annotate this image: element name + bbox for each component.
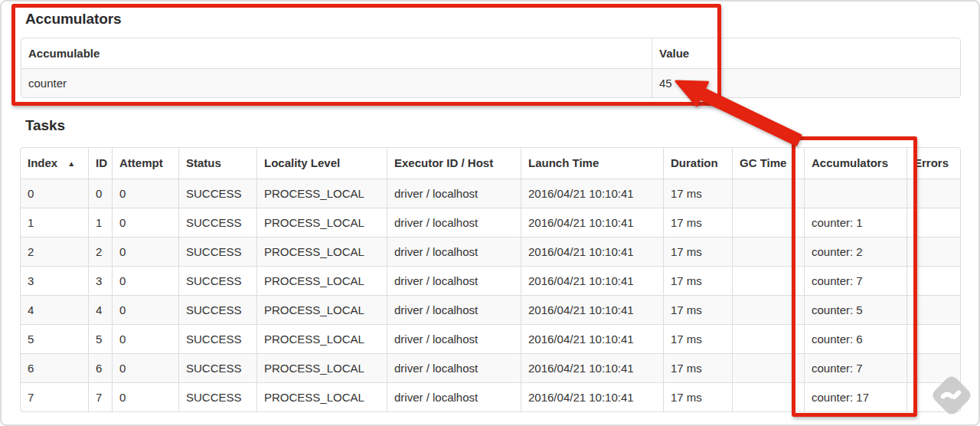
task-cell-launch-time: 2016/04/21 10:10:41: [521, 353, 663, 382]
task-cell-gc-time: [732, 353, 804, 382]
column-header-label: Index: [28, 156, 57, 169]
task-row: 770SUCCESSPROCESS_LOCALdriver / localhos…: [21, 382, 960, 411]
task-cell-attempt: 0: [112, 295, 178, 324]
task-cell-launch-time: 2016/04/21 10:10:41: [521, 237, 663, 266]
task-cell-executor-id-host: driver / localhost: [387, 324, 521, 353]
column-header-errors[interactable]: Errors: [906, 148, 960, 179]
task-cell-locality-level: PROCESS_LOCAL: [256, 353, 387, 382]
task-cell-index: 1: [21, 208, 88, 237]
column-header-launch-time[interactable]: Launch Time: [521, 148, 663, 179]
task-cell-status: SUCCESS: [178, 237, 256, 266]
task-cell-executor-id-host: driver / localhost: [387, 208, 521, 237]
task-cell-gc-time: [732, 382, 804, 411]
column-header-value[interactable]: Value: [652, 38, 960, 68]
column-header-index[interactable]: Index▲: [21, 148, 88, 179]
column-header-status[interactable]: Status: [178, 148, 256, 179]
task-cell-status: SUCCESS: [178, 208, 256, 237]
task-cell-gc-time: [732, 266, 804, 295]
task-cell-launch-time: 2016/04/21 10:10:41: [521, 295, 663, 324]
task-cell-duration: 17 ms: [663, 266, 732, 295]
task-cell-index: 7: [21, 382, 88, 411]
column-header-duration[interactable]: Duration: [663, 148, 732, 179]
column-header-accumulators[interactable]: Accumulators: [804, 148, 906, 179]
task-cell-errors: [906, 237, 960, 266]
task-cell-duration: 17 ms: [663, 353, 732, 382]
column-header-locality-level[interactable]: Locality Level: [256, 148, 387, 179]
task-row: 000SUCCESSPROCESS_LOCALdriver / localhos…: [21, 179, 960, 208]
task-cell-gc-time: [732, 295, 804, 324]
task-cell-index: 4: [21, 295, 88, 324]
column-header-executor-id-host[interactable]: Executor ID / Host: [387, 148, 521, 179]
task-cell-accumulators: counter: 2: [804, 237, 906, 266]
task-cell-id: 0: [88, 179, 112, 208]
accumulator-row: counter 45: [21, 68, 960, 97]
task-cell-errors: [906, 266, 960, 295]
spark-ui-screen: Accumulators Accumulable Value counter 4…: [0, 0, 980, 426]
accumulators-table: Accumulable Value counter 45: [21, 38, 961, 98]
task-cell-attempt: 0: [112, 266, 178, 295]
task-cell-accumulators: counter: 7: [804, 353, 906, 382]
tasks-section-title: Tasks: [25, 116, 65, 135]
task-cell-executor-id-host: driver / localhost: [387, 382, 521, 411]
task-cell-index: 0: [21, 179, 88, 208]
task-cell-launch-time: 2016/04/21 10:10:41: [521, 266, 663, 295]
task-cell-locality-level: PROCESS_LOCAL: [256, 295, 387, 324]
column-header-accumulable[interactable]: Accumulable: [21, 38, 652, 68]
tasks-table-body: 000SUCCESSPROCESS_LOCALdriver / localhos…: [21, 179, 960, 411]
task-cell-id: 7: [88, 382, 112, 411]
task-cell-attempt: 0: [112, 208, 178, 237]
task-cell-index: 6: [21, 353, 88, 382]
task-cell-id: 2: [88, 237, 112, 266]
task-cell-executor-id-host: driver / localhost: [387, 237, 521, 266]
accumulable-name-cell: counter: [21, 68, 652, 97]
task-row: 220SUCCESSPROCESS_LOCALdriver / localhos…: [21, 237, 960, 266]
task-cell-accumulators: counter: 7: [804, 266, 906, 295]
task-cell-duration: 17 ms: [663, 179, 732, 208]
task-cell-executor-id-host: driver / localhost: [387, 266, 521, 295]
task-cell-status: SUCCESS: [178, 324, 256, 353]
task-row: 660SUCCESSPROCESS_LOCALdriver / localhos…: [21, 353, 960, 382]
task-cell-locality-level: PROCESS_LOCAL: [256, 179, 387, 208]
task-cell-status: SUCCESS: [178, 353, 256, 382]
task-cell-id: 6: [88, 353, 112, 382]
task-cell-duration: 17 ms: [663, 382, 732, 411]
cursor-artifact: [970, 416, 980, 426]
task-cell-gc-time: [732, 208, 804, 237]
accumulators-header-row: Accumulable Value: [21, 38, 960, 68]
task-cell-accumulators: [804, 179, 906, 208]
task-cell-id: 5: [88, 324, 112, 353]
task-cell-attempt: 0: [112, 179, 178, 208]
column-header-gc-time[interactable]: GC Time: [732, 148, 804, 179]
task-row: 110SUCCESSPROCESS_LOCALdriver / localhos…: [21, 208, 960, 237]
task-cell-index: 2: [21, 237, 88, 266]
task-cell-errors: [906, 179, 960, 208]
task-cell-locality-level: PROCESS_LOCAL: [256, 266, 387, 295]
task-cell-launch-time: 2016/04/21 10:10:41: [521, 324, 663, 353]
task-row: 440SUCCESSPROCESS_LOCALdriver / localhos…: [21, 295, 960, 324]
task-cell-attempt: 0: [112, 353, 178, 382]
sort-ascending-icon: ▲: [67, 159, 75, 168]
column-header-id[interactable]: ID: [88, 148, 112, 179]
task-cell-attempt: 0: [112, 324, 178, 353]
task-cell-executor-id-host: driver / localhost: [387, 295, 521, 324]
task-cell-id: 4: [88, 295, 112, 324]
task-cell-duration: 17 ms: [663, 208, 732, 237]
accumulable-value-cell: 45: [652, 68, 960, 97]
accumulators-section-title: Accumulators: [25, 10, 122, 28]
task-cell-locality-level: PROCESS_LOCAL: [256, 208, 387, 237]
task-cell-id: 1: [88, 208, 112, 237]
task-cell-gc-time: [732, 324, 804, 353]
task-cell-executor-id-host: driver / localhost: [387, 353, 521, 382]
task-cell-gc-time: [732, 237, 804, 266]
task-cell-id: 3: [88, 266, 112, 295]
tasks-table: Index▲ ID Attempt Status Locality Level …: [20, 147, 961, 412]
task-cell-executor-id-host: driver / localhost: [387, 179, 521, 208]
task-cell-launch-time: 2016/04/21 10:10:41: [521, 208, 663, 237]
task-cell-duration: 17 ms: [663, 324, 732, 353]
task-cell-duration: 17 ms: [663, 237, 732, 266]
task-cell-index: 5: [21, 324, 88, 353]
task-row: 550SUCCESSPROCESS_LOCALdriver / localhos…: [21, 324, 960, 353]
task-cell-status: SUCCESS: [178, 266, 256, 295]
column-header-attempt[interactable]: Attempt: [112, 148, 178, 179]
task-cell-accumulators: counter: 1: [804, 208, 906, 237]
